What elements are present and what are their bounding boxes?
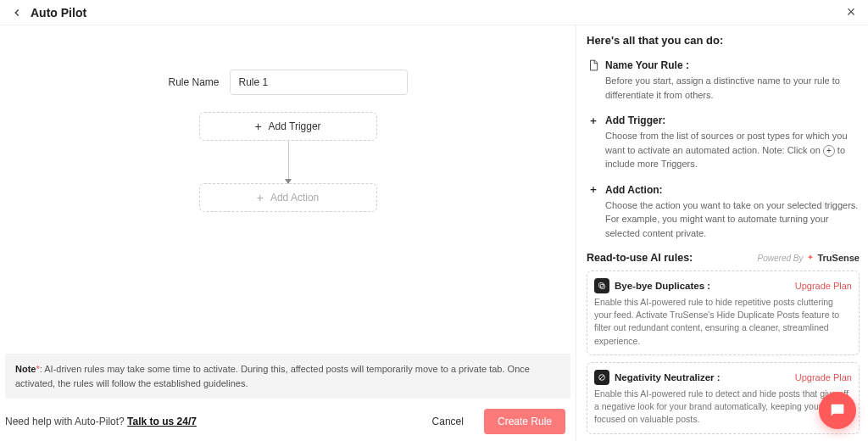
- back-button[interactable]: [8, 4, 25, 21]
- arrow-down-icon: [285, 179, 292, 184]
- ai-card-desc: Enable this AI-powered rule to hide repe…: [594, 296, 852, 348]
- duplicate-icon: [594, 278, 609, 293]
- footer: Need help with Auto-Pilot? Talk to us 24…: [0, 404, 576, 441]
- help-item-name-rule: Name Your Rule : Before you start, assig…: [587, 59, 860, 102]
- help-item-title: Add Trigger:: [605, 114, 665, 126]
- ai-card-duplicates[interactable]: Bye-bye Duplicates : Upgrade Plan Enable…: [587, 271, 860, 355]
- sparkle-icon: [806, 254, 815, 262]
- ai-card-negativity[interactable]: Negativity Neutralizer : Upgrade Plan En…: [587, 362, 860, 434]
- help-panel: Here's all that you can do: Name Your Ru…: [576, 25, 868, 441]
- note-body: : AI-driven rules may take some time to …: [15, 364, 530, 388]
- rule-name-input[interactable]: [230, 70, 408, 95]
- ai-card-title: Bye-bye Duplicates :: [615, 281, 710, 291]
- page-title: Auto Pilot: [31, 6, 86, 20]
- close-icon: ×: [847, 3, 856, 21]
- help-item-title: Add Action:: [605, 184, 663, 196]
- plus-icon: +: [257, 192, 264, 204]
- note-prefix: Note: [15, 364, 36, 374]
- note-bar: Note*: AI-driven rules may take some tim…: [5, 354, 570, 399]
- plus-icon: ＋: [587, 183, 600, 197]
- ai-rules-heading: Read-to-use AI rules:: [587, 252, 758, 264]
- plus-icon: +: [254, 120, 261, 132]
- create-rule-button[interactable]: Create Rule: [484, 409, 565, 434]
- close-button[interactable]: ×: [843, 4, 860, 21]
- help-text: Need help with Auto-Pilot? Talk to us 24…: [5, 416, 197, 427]
- brand-badge: TruSense: [806, 253, 860, 263]
- add-action-label: Add Action: [270, 192, 319, 204]
- svg-line-3: [600, 375, 604, 379]
- upgrade-plan-link[interactable]: Upgrade Plan: [795, 372, 852, 382]
- cancel-button[interactable]: Cancel: [417, 409, 479, 434]
- rule-name-label: Rule Name: [168, 76, 219, 88]
- help-link[interactable]: Talk to us 24/7: [127, 416, 197, 427]
- rule-canvas: Rule Name + Add Trigger + Add Action: [0, 25, 576, 354]
- add-action-node[interactable]: + Add Action: [199, 183, 377, 212]
- add-trigger-node[interactable]: + Add Trigger: [199, 112, 377, 141]
- help-item-desc: Choose from the list of sources or post …: [587, 129, 860, 171]
- plus-icon: ＋: [587, 114, 600, 127]
- help-heading: Here's all that you can do:: [587, 34, 860, 47]
- ai-card-desc: Enable this AI-powered rule to detect an…: [594, 388, 852, 427]
- chat-icon: [828, 401, 847, 420]
- ai-card-title: Negativity Neutralizer :: [615, 372, 721, 382]
- add-trigger-label: Add Trigger: [269, 120, 321, 132]
- svg-rect-1: [599, 283, 604, 287]
- help-item-add-trigger: ＋ Add Trigger: Choose from the list of s…: [587, 114, 860, 171]
- chat-launcher[interactable]: [819, 392, 856, 429]
- circle-plus-icon: +: [823, 145, 835, 157]
- chevron-left-icon: [11, 7, 23, 19]
- modal-header: Auto Pilot ×: [0, 0, 868, 25]
- help-item-desc: Before you start, assign a distinctive n…: [587, 74, 860, 102]
- powered-by-label: Powered By: [758, 254, 804, 263]
- doc-icon: [587, 59, 600, 72]
- shield-icon: [594, 370, 609, 385]
- help-item-add-action: ＋ Add Action: Choose the action you want…: [587, 183, 860, 241]
- svg-rect-0: [600, 284, 604, 288]
- help-item-desc: Choose the action you want to take on yo…: [587, 198, 860, 241]
- upgrade-plan-link[interactable]: Upgrade Plan: [795, 281, 852, 291]
- help-item-title: Name Your Rule :: [605, 59, 689, 71]
- connector: [199, 141, 377, 183]
